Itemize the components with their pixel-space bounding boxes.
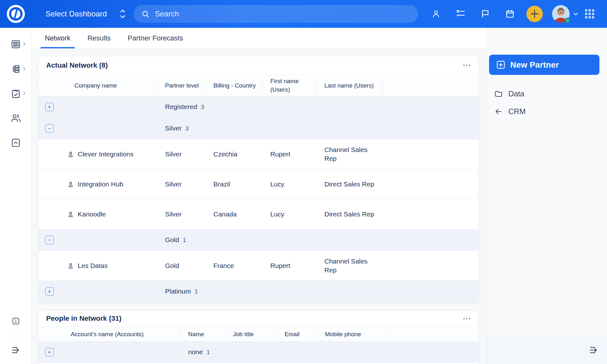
column-header-empty <box>383 75 479 96</box>
main-area: Network Results Partner Forecasts Actual… <box>32 28 487 364</box>
clipboard-check-icon <box>10 88 21 99</box>
app-logo[interactable] <box>0 0 32 28</box>
group-count: 1 <box>183 236 186 245</box>
search-input[interactable] <box>133 5 418 23</box>
flag-icon[interactable] <box>481 9 490 19</box>
group-count: 3 <box>186 124 189 133</box>
column-header[interactable]: Email <box>277 327 317 341</box>
chevron-down-icon[interactable] <box>572 10 579 17</box>
first-name-cell: Lucy <box>263 207 317 221</box>
expand-panel-icon <box>10 345 21 355</box>
billing-country-cell: Czechia <box>206 147 263 161</box>
expand-group-button[interactable]: + <box>45 103 54 111</box>
sidebar-expand-button[interactable] <box>0 336 32 364</box>
panel-item-crm[interactable]: CRM <box>487 104 607 119</box>
network-table-body: +Registered3−Silver3Clever IntegrationsS… <box>39 96 479 302</box>
sidebar-item-dashboards[interactable] <box>0 39 32 50</box>
company-cell: Kanoodle <box>60 207 157 221</box>
partner-level-cell: Gold <box>157 259 206 273</box>
topbar: Select Dashboard <box>0 0 607 28</box>
folder-icon <box>494 89 503 98</box>
partner-level-cell: Silver <box>157 147 206 161</box>
company-name: Integration Hub <box>78 180 123 189</box>
tab-results[interactable]: Results <box>83 28 115 48</box>
avatar[interactable] <box>552 5 570 23</box>
column-header-empty <box>390 327 479 341</box>
info-icon <box>11 316 21 326</box>
billing-country-cell: Brazil <box>206 177 263 191</box>
new-partner-button[interactable]: New Partner <box>489 55 599 75</box>
ellipsis-menu-icon[interactable] <box>463 63 471 68</box>
collapse-group-button[interactable]: − <box>45 124 54 133</box>
person-icon <box>67 181 74 188</box>
column-header[interactable]: Company name <box>39 75 157 96</box>
column-header[interactable]: Account's name (Accounts) <box>39 327 181 341</box>
panel-item-label: CRM <box>508 107 526 116</box>
group-row: +none1 <box>39 342 479 363</box>
dashboard-icon <box>10 39 21 50</box>
column-header[interactable]: Job title <box>225 327 277 341</box>
group-label: Gold <box>165 235 179 244</box>
tasks-icon[interactable] <box>456 9 465 19</box>
new-partner-label: New Partner <box>510 60 559 70</box>
table-row[interactable]: KanoodleSilverCanadaLucyDirect Sales Rep <box>39 199 479 229</box>
apps-grid-icon[interactable] <box>584 9 595 19</box>
box-arrow-up-icon <box>10 137 21 148</box>
column-header[interactable]: Billing - Country <box>206 75 263 96</box>
column-header[interactable]: Partner level <box>157 75 206 96</box>
group-count: 1 <box>207 348 210 357</box>
boxed-plus-icon <box>496 60 506 70</box>
last-name-cell: Direct Sales Rep <box>317 207 383 221</box>
column-header[interactable]: Mobile phone <box>317 327 390 341</box>
column-header[interactable]: Last name (Users) <box>317 75 383 96</box>
sidebar <box>0 28 32 364</box>
column-header[interactable]: First name (Users) <box>263 75 317 96</box>
calendar-icon[interactable] <box>505 9 515 19</box>
sidebar-item-info[interactable] <box>0 311 32 331</box>
panel-item-data[interactable]: Data <box>487 86 607 101</box>
group-row: +Registered3 <box>39 96 479 118</box>
chevron-right-icon <box>22 67 26 71</box>
tab-partner-forecasts[interactable]: Partner Forecasts <box>123 28 187 48</box>
dashboard-content: Actual Network (8) Company name Partner … <box>32 49 487 364</box>
actual-network-card: Actual Network (8) Company name Partner … <box>38 56 479 303</box>
partner-level-cell: Silver <box>157 177 206 191</box>
expand-group-button[interactable]: + <box>45 287 54 296</box>
sidebar-item-activities[interactable] <box>0 88 32 99</box>
tab-network[interactable]: Network <box>40 28 75 48</box>
ellipsis-menu-icon[interactable] <box>463 316 471 321</box>
column-header[interactable]: Name <box>181 327 225 341</box>
company-name: Kanoodle <box>78 210 106 219</box>
sort-chevrons-icon[interactable] <box>120 9 126 19</box>
hierarchy-icon <box>10 64 21 74</box>
user-icon[interactable] <box>431 9 441 19</box>
last-name-cell: Channel Sales Rep <box>317 254 383 277</box>
table-row[interactable]: Integration HubSilverBrazilLucyDirect Sa… <box>39 169 479 199</box>
company-name: Clever Integrations <box>78 150 133 159</box>
company-cell: Integration Hub <box>60 177 157 191</box>
status-dot <box>565 18 570 23</box>
sidebar-item-import[interactable] <box>0 137 32 148</box>
first-name-cell: Rupert <box>263 259 317 273</box>
partner-level-cell: Silver <box>157 207 206 221</box>
arrow-left-icon <box>494 107 503 116</box>
collapse-group-button[interactable]: − <box>45 236 54 244</box>
card-title: Actual Network (8) <box>46 61 108 70</box>
table-row[interactable]: Clever IntegrationsSilverCzechiaRupertCh… <box>39 139 479 169</box>
sidebar-item-hierarchy[interactable] <box>0 64 32 74</box>
billing-country-cell: Canada <box>206 207 263 221</box>
group-count: 1 <box>195 287 198 296</box>
dashboard-selector-label[interactable]: Select Dashboard <box>46 9 107 18</box>
quick-add-button[interactable] <box>526 6 543 22</box>
panel-divider <box>487 78 607 79</box>
users-icon <box>10 113 21 124</box>
sidebar-item-contacts[interactable] <box>0 113 32 124</box>
person-icon <box>67 211 74 218</box>
people-card: People in Network (31) Account's name (A… <box>38 310 479 364</box>
table-row[interactable]: Les DatasGoldFranceRupertChannel Sales R… <box>39 251 479 281</box>
group-row: −Gold1 <box>39 229 479 251</box>
panel-expand-button[interactable] <box>580 336 607 364</box>
expand-group-button[interactable]: + <box>45 348 54 356</box>
first-name-cell: Lucy <box>263 177 317 191</box>
chevron-right-icon <box>22 91 26 95</box>
